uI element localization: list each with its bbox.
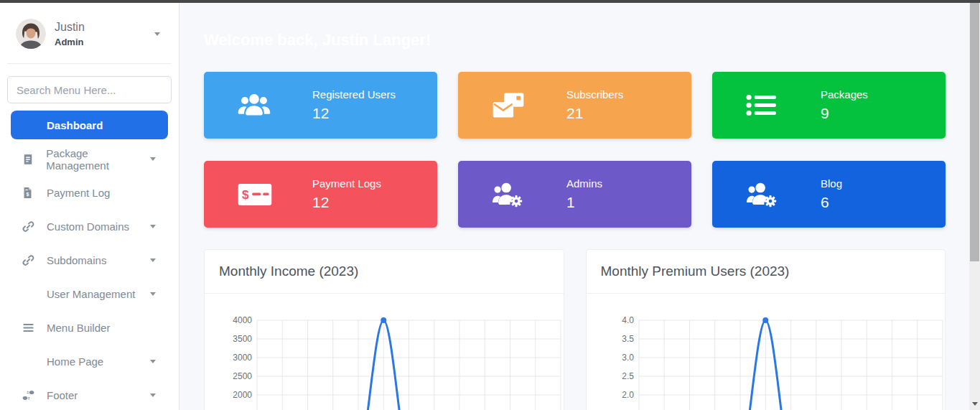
chart-title: Monthly Premium Users (2023) [587, 250, 946, 294]
chevron-down-icon [150, 360, 156, 363]
sidebar-item-label: Footer [47, 389, 78, 401]
sidebar-item-payment-log[interactable]: $ Payment Log [0, 176, 179, 210]
sidebar-item-custom-domains[interactable]: Custom Domains [0, 210, 179, 243]
money-check-icon: $ [238, 183, 272, 206]
shoe-prints-icon [22, 388, 36, 402]
sidebar-item-label: Home Page [47, 355, 103, 368]
stat-value: 21 [566, 105, 623, 122]
sidebar-item-dashboard[interactable]: Dashboard [11, 111, 168, 139]
stat-label: Admins [566, 177, 602, 190]
stat-card-payment-logs[interactable]: $ Payment Logs 12 [204, 161, 437, 228]
main-content: Welcome back, Justin Langer! Registered … [180, 3, 969, 410]
stat-card-subscribers[interactable]: Subscribers 21 [458, 72, 691, 139]
stat-value: 9 [821, 105, 868, 122]
sidebar-item-footer[interactable]: Footer [0, 378, 179, 410]
svg-text:4000: 4000 [233, 315, 252, 325]
bars-icon [22, 321, 36, 335]
line-chart: 40003500300025002000150010005000JanFebMa… [205, 294, 564, 410]
sidebar-item-menu-builder[interactable]: Menu Builder [0, 311, 179, 345]
welcome-heading: Welcome back, Justin Langer! [204, 3, 946, 50]
svg-text:4.0: 4.0 [622, 315, 634, 325]
chevron-down-icon [150, 258, 156, 262]
stat-label: Registered Users [312, 88, 396, 101]
window-top-edge [0, 0, 980, 3]
svg-text:2.5: 2.5 [622, 371, 634, 381]
users-icon [238, 92, 272, 118]
sidebar-item-label: Payment Log [47, 187, 110, 199]
line-chart: 4.03.53.02.52.01.51.00.50.0JanFebMarAprM… [587, 294, 946, 410]
sidebar-item-label: Package Management [46, 147, 150, 172]
svg-text:3500: 3500 [233, 334, 252, 344]
stat-label: Payment Logs [312, 177, 381, 190]
stats-grid: Registered Users 12 Subscribers 21 Packa… [204, 72, 946, 228]
users-gear-icon [746, 181, 780, 208]
charts-row: Monthly Income (2023) 400035003000250020… [204, 249, 946, 410]
stat-card-admins[interactable]: Admins 1 [458, 161, 691, 228]
users-gear-icon [492, 181, 526, 208]
sidebar-nav: Dashboard Package Management $ Payment L… [0, 111, 179, 410]
receipt-icon [22, 153, 35, 166]
user-menu[interactable]: Justin Admin [0, 3, 179, 63]
chart-title: Monthly Income (2023) [205, 250, 564, 294]
sidebar-item-label: Dashboard [47, 119, 103, 131]
stat-value: 12 [312, 105, 396, 122]
sidebar-item-label: Subdomains [47, 254, 106, 266]
user-name: Justin [55, 21, 85, 34]
stat-label: Subscribers [566, 88, 623, 101]
chevron-down-icon [150, 225, 156, 228]
stat-value: 12 [312, 194, 381, 211]
scrollbar[interactable] [969, 3, 980, 410]
stat-card-registered-users[interactable]: Registered Users 12 [204, 72, 437, 139]
sidebar-item-package-management[interactable]: Package Management [0, 142, 179, 176]
sidebar: Justin Admin Dashboard Package Managemen… [0, 3, 179, 410]
stat-label: Packages [821, 88, 868, 101]
chevron-down-icon [150, 157, 156, 161]
sidebar-item-label: User Management [47, 288, 135, 300]
avatar-photo [16, 19, 46, 49]
chevron-down-icon [150, 292, 156, 296]
user-role: Admin [55, 37, 85, 47]
stat-value: 1 [566, 194, 602, 211]
file-invoice-dollar-icon: $ [22, 187, 36, 199]
chevron-down-icon [150, 393, 156, 397]
svg-text:2500: 2500 [233, 371, 252, 381]
chevron-down-icon [154, 32, 160, 36]
link-icon [22, 220, 36, 233]
svg-text:$: $ [27, 192, 29, 197]
sidebar-item-label: Menu Builder [47, 322, 110, 334]
stat-card-blog[interactable]: Blog 6 [712, 161, 946, 228]
mail-bulk-icon [492, 92, 526, 118]
sidebar-item-subdomains[interactable]: Subdomains [0, 243, 179, 277]
avatar [16, 19, 46, 49]
list-ul-icon [746, 93, 780, 117]
svg-text:3.0: 3.0 [622, 353, 634, 363]
svg-text:$: $ [242, 187, 249, 202]
stat-label: Blog [821, 177, 842, 190]
stat-card-packages[interactable]: Packages 9 [712, 72, 946, 139]
svg-text:2000: 2000 [233, 390, 252, 400]
sidebar-item-home-page[interactable]: Home Page [0, 345, 179, 378]
chart-card-monthly-premium-users-2023: Monthly Premium Users (2023) 4.03.53.02.… [586, 249, 946, 410]
sidebar-item-user-management[interactable]: User Management [0, 277, 179, 311]
svg-text:3.5: 3.5 [622, 334, 634, 344]
link-icon [22, 253, 36, 267]
scrollbar-thumb[interactable] [970, 3, 979, 261]
divider [7, 63, 172, 64]
svg-text:2.0: 2.0 [622, 390, 634, 400]
scroll-down-arrow[interactable] [972, 402, 978, 406]
search-input[interactable] [7, 76, 172, 103]
svg-text:3000: 3000 [233, 353, 252, 363]
chart-card-monthly-income-2023: Monthly Income (2023) 400035003000250020… [204, 249, 564, 410]
sidebar-item-label: Custom Domains [47, 220, 129, 233]
stat-value: 6 [821, 194, 842, 211]
